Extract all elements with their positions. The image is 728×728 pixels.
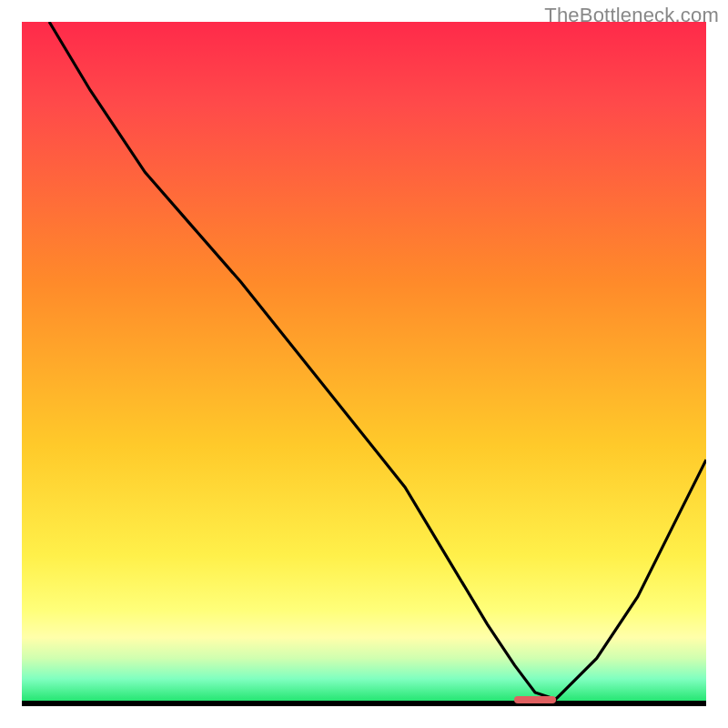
optimal-marker bbox=[514, 696, 555, 703]
plot-area bbox=[22, 22, 706, 706]
bottleneck-curve bbox=[22, 22, 706, 706]
baseline bbox=[22, 701, 706, 706]
chart-container: TheBottleneck.com bbox=[0, 0, 728, 728]
watermark-text: TheBottleneck.com bbox=[544, 4, 719, 27]
